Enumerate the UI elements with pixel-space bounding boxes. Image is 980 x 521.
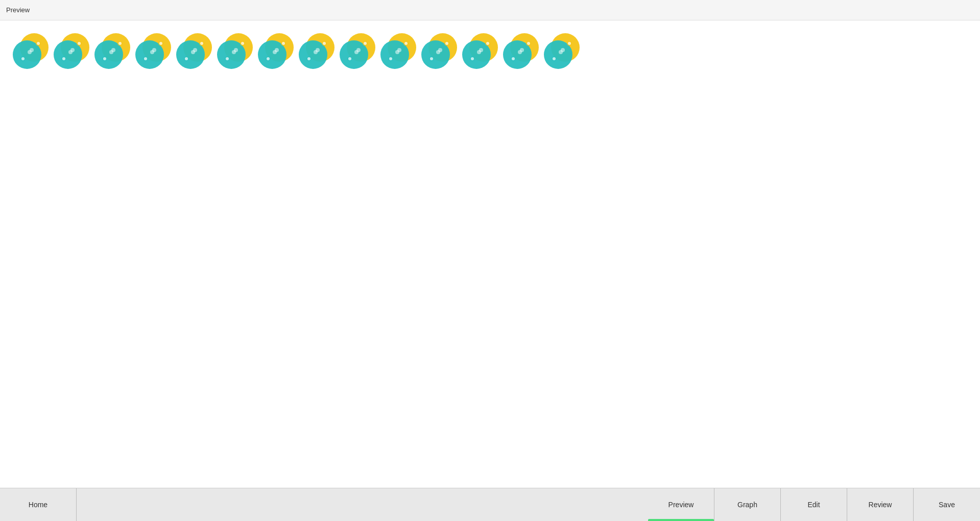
nav-preview[interactable]: Preview — [648, 488, 714, 521]
svg-point-3 — [37, 42, 40, 45]
svg-point-111 — [559, 50, 563, 54]
nav-edit[interactable]: Edit — [781, 488, 847, 521]
top-bar: Preview — [0, 0, 980, 20]
dual-circle-icon — [214, 31, 255, 72]
svg-point-21 — [103, 57, 106, 60]
dual-circle-icon — [133, 31, 174, 72]
svg-point-23 — [109, 50, 113, 54]
nav-review-label: Review — [869, 501, 892, 509]
svg-point-19 — [118, 42, 122, 45]
nav-home-label: Home — [29, 501, 47, 509]
svg-point-55 — [273, 50, 277, 54]
svg-point-37 — [185, 57, 188, 60]
svg-point-71 — [354, 50, 358, 54]
svg-point-67 — [364, 42, 367, 45]
svg-point-5 — [21, 57, 25, 60]
svg-point-39 — [191, 50, 195, 54]
svg-point-103 — [518, 50, 522, 54]
svg-point-47 — [232, 50, 236, 54]
nav-spacer — [77, 488, 648, 521]
svg-point-83 — [445, 42, 448, 45]
svg-point-35 — [200, 42, 203, 45]
nav-preview-label: Preview — [668, 501, 694, 509]
svg-point-99 — [527, 42, 530, 45]
svg-point-51 — [282, 42, 285, 45]
dual-circle-icon — [500, 31, 541, 72]
svg-point-75 — [404, 42, 408, 45]
dual-circle-icon — [419, 31, 460, 72]
nav-save-label: Save — [939, 501, 955, 509]
nav-review[interactable]: Review — [847, 488, 914, 521]
dual-circle-icon — [541, 31, 582, 72]
page-title: Preview — [6, 6, 30, 14]
svg-point-87 — [436, 50, 440, 54]
dual-circle-icon — [92, 31, 133, 72]
dual-circle-icon — [255, 31, 296, 72]
svg-point-95 — [477, 50, 481, 54]
icons-row — [0, 20, 980, 82]
svg-point-85 — [430, 57, 433, 60]
dual-circle-icon — [10, 31, 51, 72]
svg-point-31 — [150, 50, 154, 54]
dual-circle-icon — [174, 31, 214, 72]
svg-point-101 — [512, 57, 515, 60]
nav-save[interactable]: Save — [914, 488, 980, 521]
svg-point-107 — [568, 42, 571, 45]
svg-point-29 — [144, 57, 147, 60]
svg-point-7 — [28, 50, 32, 54]
svg-point-27 — [159, 42, 162, 45]
bottom-nav: Home Preview Graph Edit Review Save — [0, 488, 980, 521]
nav-edit-label: Edit — [807, 501, 820, 509]
svg-point-15 — [68, 50, 73, 54]
main-content — [0, 20, 980, 488]
svg-point-59 — [323, 42, 326, 45]
nav-graph-label: Graph — [737, 501, 757, 509]
svg-point-109 — [553, 57, 556, 60]
svg-point-77 — [389, 57, 392, 60]
dual-circle-icon — [460, 31, 500, 72]
svg-point-53 — [267, 57, 270, 60]
nav-graph[interactable]: Graph — [714, 488, 781, 521]
dual-circle-icon — [51, 31, 92, 72]
svg-point-61 — [307, 57, 310, 60]
svg-point-45 — [226, 57, 229, 60]
svg-point-69 — [348, 57, 351, 60]
dual-circle-icon — [378, 31, 419, 72]
svg-point-43 — [241, 42, 244, 45]
svg-point-63 — [314, 50, 318, 54]
dual-circle-icon — [337, 31, 378, 72]
svg-point-13 — [62, 57, 65, 60]
dual-circle-icon — [296, 31, 337, 72]
svg-point-79 — [395, 50, 399, 54]
svg-point-93 — [471, 57, 474, 60]
svg-point-91 — [486, 42, 489, 45]
nav-home[interactable]: Home — [0, 488, 77, 521]
svg-point-11 — [78, 42, 81, 45]
